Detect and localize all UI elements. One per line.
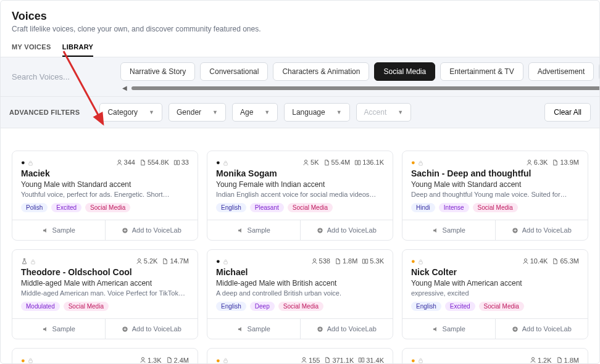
accent-select[interactable]: Accent▼ xyxy=(356,103,412,122)
sound-icon xyxy=(237,226,244,234)
voice-description: A deep and controlled British urban voic… xyxy=(216,289,384,297)
scroll-left-icon[interactable]: ◀ xyxy=(120,85,129,91)
chip-conversational[interactable]: Conversational xyxy=(200,62,268,81)
plus-icon xyxy=(512,226,519,234)
voice-description: expressive, excited xyxy=(411,289,579,297)
chip-advertisement[interactable]: Advertisement xyxy=(528,62,594,81)
svg-rect-0 xyxy=(28,162,32,165)
chip-social-media[interactable]: Social Media xyxy=(374,62,435,81)
uses-stat: 1.8M xyxy=(556,357,579,364)
voice-description: Youthful voice, perfect for ads. Energet… xyxy=(21,191,189,198)
voice-description: Indian English accent voice for social m… xyxy=(216,191,384,198)
chevron-down-icon: ▼ xyxy=(212,109,218,115)
chip-scrollbar[interactable] xyxy=(131,86,600,90)
voice-subtitle: Young Female with Indian accent xyxy=(216,180,384,189)
voice-subtitle: Middle-aged Male with British accent xyxy=(216,279,384,287)
plus-icon xyxy=(317,325,323,333)
tag: Polish xyxy=(21,203,48,212)
sample-button[interactable]: Sample xyxy=(207,220,300,241)
verified-badge-icon: ● xyxy=(21,159,25,166)
page-title: Voices xyxy=(12,10,588,23)
plus-icon xyxy=(512,325,519,333)
chip-characters-animation[interactable]: Characters & Animation xyxy=(273,62,369,81)
tag: Social Media xyxy=(479,302,524,311)
add-to-voicelab-button[interactable]: Add to VoiceLab xyxy=(495,319,588,339)
uses-stat: 2.4M xyxy=(166,357,189,364)
tag: Intense xyxy=(439,203,469,212)
tag: Pleasant xyxy=(250,203,284,212)
lock-icon xyxy=(27,356,34,364)
tab-library[interactable]: LIBRARY xyxy=(62,43,94,57)
lock-icon xyxy=(30,257,36,265)
sample-button[interactable]: Sample xyxy=(12,220,105,241)
svg-rect-12 xyxy=(28,360,32,363)
svg-rect-2 xyxy=(223,162,227,165)
add-to-voicelab-button[interactable]: Add to VoiceLab xyxy=(300,220,393,241)
tag: Deep xyxy=(250,302,275,311)
verified-badge-icon: ● xyxy=(216,257,220,265)
plus-icon xyxy=(317,226,323,234)
users-stat: 538 xyxy=(311,257,330,265)
category-select[interactable]: Category▼ xyxy=(99,103,162,122)
tab-my-voices[interactable]: MY VOICES xyxy=(12,43,51,57)
voice-card[interactable]: ● 10.4K65.3MNick ColterYoung Male with A… xyxy=(402,249,588,339)
gold-badge-icon: ● xyxy=(216,357,220,364)
users-stat: 1.3K xyxy=(140,357,162,364)
tag: Social Media xyxy=(288,203,333,212)
gold-badge-icon: ● xyxy=(411,257,415,265)
extra-stat: 5.3K xyxy=(362,257,384,265)
tag: Excited xyxy=(445,302,475,311)
voice-subtitle: Young Male with Standard accent xyxy=(21,180,189,189)
extra-stat: 136.1K xyxy=(354,159,384,166)
uses-stat: 371.1K xyxy=(324,357,354,364)
lock-icon xyxy=(222,257,229,265)
voice-subtitle: Young Male with American accent xyxy=(411,279,579,287)
svg-rect-6 xyxy=(31,262,35,264)
voice-name: Monika Sogam xyxy=(216,168,384,178)
gender-select[interactable]: Gender▼ xyxy=(169,103,226,122)
sample-button[interactable]: Sample xyxy=(12,319,105,339)
add-to-voicelab-button[interactable]: Add to VoiceLab xyxy=(105,220,198,241)
tag: Excited xyxy=(51,203,81,212)
sample-button[interactable]: Sample xyxy=(402,319,495,339)
svg-rect-4 xyxy=(419,162,422,165)
voice-subtitle: Young Male with Standard accent xyxy=(411,180,579,189)
chip-narrative-story[interactable]: Narrative & Story xyxy=(120,62,195,81)
users-stat: 155 xyxy=(301,357,320,364)
voice-card[interactable]: ● 1.2K1.8MFunny Jackie LeeMiddle-aged Ma… xyxy=(402,348,588,364)
uses-stat: 55.4M xyxy=(323,159,351,166)
sound-icon xyxy=(42,325,49,333)
voice-card[interactable]: ● 5381.8M5.3KMichaelMiddle-aged Male wit… xyxy=(207,249,393,339)
users-stat: 10.4K xyxy=(522,257,548,265)
uses-stat: 554.8K xyxy=(140,159,169,166)
age-select[interactable]: Age▼ xyxy=(232,103,278,122)
chevron-down-icon: ▼ xyxy=(336,109,342,115)
voice-description: Middle-aged American man. Voice Perfect … xyxy=(21,289,189,297)
language-select[interactable]: Language▼ xyxy=(284,103,349,122)
chevron-down-icon: ▼ xyxy=(149,109,154,115)
chevron-down-icon: ▼ xyxy=(398,109,403,115)
tag: Social Media xyxy=(85,203,130,212)
search-input[interactable] xyxy=(1,64,118,90)
voice-name: Nick Colter xyxy=(411,267,579,277)
add-to-voicelab-button[interactable]: Add to VoiceLab xyxy=(495,220,588,241)
sample-button[interactable]: Sample xyxy=(402,220,495,241)
clear-all-button[interactable]: Clear All xyxy=(544,103,591,122)
add-to-voicelab-button[interactable]: Add to VoiceLab xyxy=(300,319,393,339)
chip-entertainment-tv[interactable]: Entertainment & TV xyxy=(440,62,523,81)
voice-card[interactable]: ● 344554.8K33MaciekYoung Male with Stand… xyxy=(12,151,198,241)
tag: English xyxy=(216,302,246,311)
lock-icon xyxy=(222,356,229,364)
sound-icon xyxy=(432,226,439,234)
voice-card[interactable]: 5.2K14.7MTheodore - Oldschool CoolMiddle… xyxy=(12,249,198,339)
voice-card[interactable]: ● 155371.1K31.4KXander - Young British M… xyxy=(207,348,393,364)
add-to-voicelab-button[interactable]: Add to VoiceLab xyxy=(105,319,198,339)
voice-name: Sachin - Deep and thoughtful xyxy=(411,168,579,178)
page-subtitle: Craft lifelike voices, clone your own, a… xyxy=(12,25,588,33)
gold-badge-icon: ● xyxy=(21,357,25,364)
voice-card[interactable]: ● 5K55.4M136.1KMonika SogamYoung Female … xyxy=(207,151,393,241)
sample-button[interactable]: Sample xyxy=(207,319,300,339)
extra-stat: 31.4K xyxy=(358,357,384,364)
voice-card[interactable]: ● 1.3K2.4MHalley McClureYoung Female wit… xyxy=(12,348,198,364)
voice-card[interactable]: ● 6.3K13.9MSachin - Deep and thoughtfulY… xyxy=(402,151,588,241)
